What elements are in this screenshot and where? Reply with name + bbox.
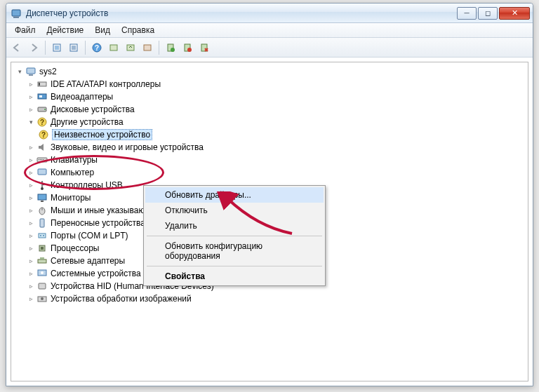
- expand-icon[interactable]: ▹: [27, 295, 35, 303]
- unknown-device-icon: ?: [38, 129, 49, 140]
- scan-button[interactable]: [106, 40, 121, 55]
- svg-rect-12: [144, 45, 151, 50]
- enable-button[interactable]: [163, 40, 178, 55]
- expand-icon[interactable]: ▹: [27, 231, 35, 240]
- imaging-icon: [36, 293, 48, 304]
- ide-icon: [36, 79, 48, 90]
- svg-point-14: [171, 48, 175, 52]
- tree-label: Видеоадаптеры: [51, 92, 113, 102]
- properties-button[interactable]: [66, 40, 81, 55]
- close-button[interactable]: ✕: [499, 7, 530, 20]
- collapse-icon[interactable]: ▾: [27, 118, 35, 126]
- tree-label: sys2: [39, 67, 57, 76]
- keyboard-icon: [36, 154, 48, 165]
- svg-rect-33: [41, 159, 42, 160]
- computer-icon: [25, 66, 36, 77]
- window-controls: ─ ◻ ✕: [455, 7, 530, 20]
- tree-item[interactable]: ▹ Устройства обработки изображений: [13, 292, 526, 305]
- port-icon: [36, 230, 48, 241]
- tree-label: Звуковые, видео и игровые устройства: [51, 142, 204, 152]
- tree-label: Клавиатуры: [51, 155, 98, 165]
- monitor-icon: [36, 192, 48, 203]
- back-button[interactable]: [9, 40, 25, 55]
- ctx-disable[interactable]: Отключить: [145, 203, 324, 218]
- disable-icon-button[interactable]: [180, 40, 195, 55]
- forward-button[interactable]: [26, 40, 41, 55]
- tree-root[interactable]: ▾ sys2: [13, 65, 526, 78]
- tree-item[interactable]: ▹ Видеоадаптеры: [13, 90, 526, 103]
- ctx-update-drivers[interactable]: Обновить драйверы...: [145, 187, 324, 203]
- expand-icon[interactable]: ▹: [27, 181, 35, 189]
- svg-rect-31: [39, 159, 39, 160]
- svg-point-16: [187, 48, 192, 52]
- tree-item[interactable]: ▹ IDE ATA/ATAPI контроллеры: [13, 78, 526, 90]
- sound-icon: [36, 142, 48, 153]
- tree-label: Другие устройства: [51, 117, 124, 127]
- tree-label: Порты (COM и LPT): [51, 231, 128, 241]
- svg-rect-47: [38, 259, 46, 263]
- tree-item[interactable]: ▹ Звуковые, видео и игровые устройства: [13, 141, 526, 154]
- svg-rect-18: [27, 68, 35, 74]
- svg-rect-46: [41, 247, 44, 250]
- svg-rect-21: [39, 83, 40, 86]
- ctx-separator: [147, 266, 322, 266]
- svg-point-53: [41, 297, 44, 300]
- expand-icon[interactable]: ▹: [27, 282, 35, 290]
- show-hidden-button[interactable]: [49, 40, 65, 55]
- svg-rect-38: [41, 201, 44, 202]
- toolbar-separator: [85, 41, 86, 55]
- tree-label: Устройства обработки изображений: [51, 294, 192, 304]
- expand-icon[interactable]: ▹: [27, 156, 35, 164]
- update-button[interactable]: [123, 40, 138, 55]
- svg-rect-3: [55, 46, 59, 50]
- menu-file[interactable]: Файл: [9, 24, 41, 36]
- titlebar[interactable]: Диспетчер устройств ─ ◻ ✕: [6, 4, 533, 23]
- other-devices-icon: ?: [36, 116, 48, 128]
- hid-icon: [36, 281, 48, 292]
- tree-label: Мониторы: [51, 193, 91, 203]
- device-manager-window: Диспетчер устройств ─ ◻ ✕ Файл Действие …: [6, 3, 533, 386]
- svg-rect-35: [38, 169, 46, 175]
- ctx-remove[interactable]: Удалить: [145, 218, 324, 234]
- ctx-rescan[interactable]: Обновить конфигурацию оборудования: [145, 238, 324, 264]
- tree-item-other-devices[interactable]: ▾ ? Другие устройства: [13, 116, 526, 128]
- ctx-properties[interactable]: Свойства: [145, 269, 324, 284]
- expand-icon[interactable]: ▹: [27, 168, 35, 177]
- expand-icon[interactable]: ▹: [27, 206, 35, 215]
- svg-rect-34: [43, 159, 44, 160]
- menu-view[interactable]: Вид: [89, 24, 116, 36]
- help-button[interactable]: ?: [89, 40, 105, 55]
- cpu-icon: [36, 243, 48, 254]
- tree-item[interactable]: ▹ Дисковые устройства: [13, 103, 526, 116]
- expand-icon[interactable]: ▹: [27, 80, 35, 88]
- expand-icon[interactable]: ▹: [27, 194, 35, 202]
- tree-item[interactable]: ▹ Клавиатуры: [13, 154, 526, 166]
- tree-item-unknown-device[interactable]: ? Неизвестное устройство: [13, 128, 526, 141]
- mouse-icon: [36, 205, 48, 216]
- expand-icon[interactable]: ▹: [27, 143, 35, 151]
- expand-icon[interactable]: ▹: [27, 105, 35, 114]
- svg-rect-19: [29, 74, 33, 76]
- menu-action[interactable]: Действие: [41, 24, 90, 36]
- svg-rect-37: [38, 194, 46, 200]
- tree-label-selected: Неизвестное устройство: [52, 129, 152, 140]
- svg-rect-23: [39, 95, 42, 97]
- expand-icon[interactable]: ▹: [27, 219, 35, 227]
- minimize-button[interactable]: ─: [457, 7, 477, 20]
- expand-icon[interactable]: ▹: [27, 93, 35, 101]
- tree-item[interactable]: ▹ Компьютер: [13, 166, 526, 179]
- maximize-button[interactable]: ◻: [478, 7, 498, 20]
- remove-icon-button[interactable]: [197, 40, 212, 55]
- menu-help[interactable]: Справка: [116, 24, 160, 36]
- collapse-icon[interactable]: ▾: [15, 67, 24, 76]
- svg-rect-51: [39, 283, 46, 289]
- expand-icon[interactable]: ▹: [27, 257, 35, 265]
- svg-point-44: [43, 235, 44, 236]
- system-icon: [36, 268, 48, 279]
- toolbar-separator: [45, 41, 46, 55]
- svg-text:?: ?: [40, 119, 44, 126]
- uninstall-button[interactable]: [140, 40, 155, 55]
- expand-icon[interactable]: ▹: [27, 269, 35, 278]
- expand-icon[interactable]: ▹: [27, 244, 35, 252]
- tree-label: Сетевые адаптеры: [51, 256, 125, 266]
